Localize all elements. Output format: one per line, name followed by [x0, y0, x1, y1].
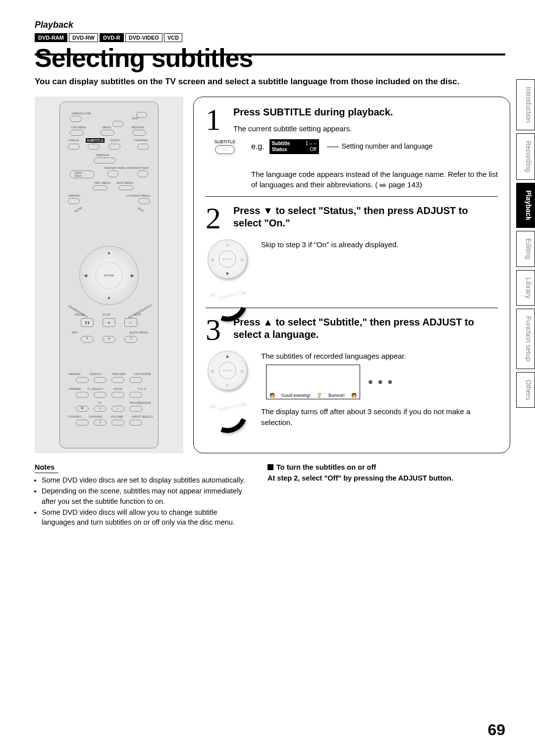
osd-subtitle-label: Subtitle [272, 141, 290, 147]
remote-recmenu-label: REC MENU [95, 181, 110, 184]
step-3-illus: ▲ ▼ ◀ ▶ FRAME/ADJUST ◀❙ ❙▶ The subtitles… [208, 351, 498, 428]
side-tab-recording[interactable]: Recording [516, 133, 535, 180]
remote-rec-label: REC [72, 331, 78, 334]
page-ref-arrow-icon [379, 183, 386, 188]
note-item: Some DVD video discs are set to display … [42, 475, 248, 485]
side-tab-function-setup[interactable]: Function setup [516, 309, 535, 369]
format-badge: DVD-VIDEO [125, 33, 162, 42]
osd-status-label: Status [272, 147, 287, 153]
remote-frameadjust-label: FRAME/ADJUST [68, 305, 89, 319]
step-3-heading: Press ▲ to select "Subtitle," then press… [233, 316, 498, 341]
section-label: Playback [35, 20, 510, 30]
notes-heading: Notes [35, 462, 58, 473]
notes-block: Notes Some DVD video discs are set to di… [35, 462, 248, 529]
remote-pause-label: PAUSE [75, 313, 85, 316]
note-item: Some DVD video discs will allow you to c… [42, 507, 248, 528]
side-tab-library[interactable]: Library [516, 270, 535, 306]
remote-skip-label: SKIP [137, 207, 145, 213]
remote-flselect-label: FL SELECT [88, 387, 104, 390]
step-3-body2: The display turns off after about 3 seco… [261, 406, 498, 428]
notes-list: Some DVD video discs are set to display … [35, 475, 248, 527]
toggle-body: At step 2, select "Off" by pressing the … [268, 473, 510, 483]
remote-subtitle-highlight: SUBTITLE [86, 138, 105, 143]
step-1-number: 1 [206, 106, 225, 134]
dpad-icon: ▲ ▼ ◀ ▶ [208, 239, 247, 279]
remote-topmenu-label: TOP MENU [71, 126, 86, 129]
format-badge: DVD-RW [69, 33, 98, 42]
osd-status-val: Off [310, 147, 317, 153]
note-item: Depending on the scene, subtitles may no… [42, 486, 248, 506]
side-tab-playback[interactable]: Playback [516, 183, 535, 228]
side-tab-others[interactable]: Others [516, 372, 535, 408]
remote-channel2-label: CHANNEL [89, 415, 103, 418]
osd-annot: Setting number and language [342, 142, 433, 150]
remote-timeslip-label: TIMESLIP [96, 154, 109, 157]
remote-display-label: DISPLAY [90, 373, 102, 376]
remote-slow-label: SLOW [74, 206, 83, 213]
remote-panel: OPEN/CLOSE DVD TOP MENU MENU RETURN ANGL… [35, 97, 183, 453]
remote-remain-label: REMAIN [69, 373, 80, 376]
eg-label: e.g. [251, 142, 265, 151]
remote-pinp-label: P in P [138, 387, 146, 390]
osd-box: Subtitle1 – – StatusOff [269, 139, 319, 154]
remote-control: OPEN/CLOSE DVD TOP MENU MENU RETURN ANGL… [59, 102, 159, 448]
step-separator-2 [206, 308, 498, 308]
page-number: 69 [487, 721, 505, 739]
step-1-body2-page: page 143) [389, 180, 423, 189]
format-badge: DVD-RAM [35, 33, 67, 42]
cartoon-left-text: Good evening! [281, 393, 311, 398]
remote-instantreplay-label: INSTANT REPLAY [105, 166, 129, 169]
step-3: 3 Press ▲ to select "Subtitle," then pre… [206, 316, 498, 346]
remote-library-label: LIBRARY [68, 194, 81, 197]
dpad-icon-2: ▲ ▼ ◀ ▶ [208, 351, 247, 390]
pill-icon [215, 145, 235, 154]
remote-return-label: RETURN [132, 126, 144, 129]
page-title: Selecting subtitles [35, 45, 510, 71]
remote-quickmenu-label: QUICK MENU [129, 331, 148, 334]
step-1-line1: The current subtitle setting appears. [233, 124, 352, 133]
remote-progressive-label: PROGRESSIVE [129, 401, 151, 404]
square-bullet-icon [268, 464, 273, 470]
remote-zoom-label: ZOOM [113, 387, 122, 390]
remote-tvvideo-label: TV/VIDEO [68, 415, 82, 418]
subtitle-toggle-block: To turn the subtitles on or off At step … [268, 462, 510, 529]
remote-menu-label: MENU [103, 126, 111, 129]
remote-audio-label: AUDIO [110, 139, 120, 142]
adjust-arc-label: FRAME/ADJUST [216, 290, 239, 298]
step-1-body2: The language code appears instead of the… [251, 170, 498, 189]
remote-angle-label: ANGLE [69, 139, 79, 142]
side-tab-introduction[interactable]: Introduction [516, 79, 535, 130]
remote-inputselect-label: INPUT SELECT [132, 415, 153, 418]
step-2-number: 2 [206, 205, 225, 234]
remote-channel-label: CHANNEL [134, 139, 148, 142]
remote-stop-label: STOP [103, 313, 110, 316]
cartoon-figure: 🧑 Good evening! 🏆 Bonsoir! 🧑 [266, 365, 360, 399]
remote-chpdivide-label: CHP DIVIDE [134, 373, 151, 376]
adjust-arc-icon: FRAME/ADJUST ◀❙ ❙▶ [208, 282, 247, 302]
remote-instantskip-label: INSTANT SKIP [129, 166, 149, 169]
subtitle-button-figure: SUBTITLE [208, 139, 242, 191]
remote-open-close-label: OPEN/CLOSE [72, 112, 91, 115]
remote-dpad: ENTER ▲ ▼ ◀ ▶ [79, 246, 139, 305]
step-1-illus: SUBTITLE e.g. Subtitle1 – – StatusOff Se… [208, 139, 498, 191]
remote-timebar-label: TIME BAR [111, 373, 125, 376]
step-separator-1 [206, 196, 498, 197]
step-3-line1: The subtitles of recorded languages appe… [261, 351, 498, 362]
remote-contentmenu-label: CONTENT MENU [126, 194, 150, 197]
remote-enter-label: ENTER [104, 274, 114, 277]
adjust-arc-label-2: FRAME/ADJUST [216, 402, 239, 409]
steps-panel: 1 Press SUBTITLE during playback. The cu… [193, 97, 510, 453]
subtitle-btn-label: SUBTITLE [208, 139, 242, 144]
format-badge: DVD-R [100, 33, 124, 42]
step-2-heading: Press ▼ to select "Status," then press A… [233, 205, 498, 229]
remote-play-label: PLAY [134, 313, 141, 316]
side-tab-editing[interactable]: Editing [516, 231, 535, 267]
step-1-heading: Press SUBTITLE during playback. [233, 106, 498, 118]
step-2: 2 Press ▼ to select "Status," then press… [206, 205, 498, 234]
format-badges: DVD-RAMDVD-RWDVD-RDVD-VIDEOVCD [35, 33, 510, 42]
adjust-arc-icon-2: FRAME/ADJUST ◀❙ ❙▶ [208, 393, 247, 413]
step-1: 1 Press SUBTITLE during playback. The cu… [206, 106, 498, 134]
intro-text: You can display subtitles on the TV scre… [35, 76, 476, 88]
remote-picturesearch-label: PICTURE/SEARCH [128, 304, 152, 320]
side-tabs: IntroductionRecordingPlaybackEditingLibr… [516, 79, 535, 408]
